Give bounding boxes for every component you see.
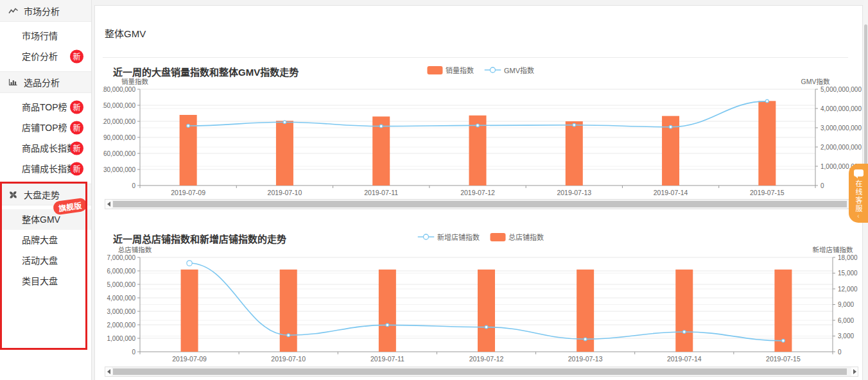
sidebar-item-pricing-analysis[interactable]: 定价分析 新 [0, 46, 91, 67]
left-axis-name: 总店铺指数 [118, 246, 152, 254]
right-axis-name: 新增店铺指数 [813, 246, 853, 254]
chart1-hscrollbar[interactable] [105, 199, 858, 209]
new-badge: 新 [70, 142, 83, 155]
bar[interactable] [181, 270, 198, 352]
item-label: 店铺TOP榜 [22, 123, 67, 133]
bar[interactable] [280, 270, 297, 352]
scrollbar-track[interactable] [112, 367, 851, 376]
line-point[interactable] [386, 324, 389, 327]
bar[interactable] [758, 101, 776, 186]
x-axis-label: 2019-07-12 [460, 189, 495, 196]
left-axis-tick-label: 3,000,000 [107, 308, 136, 315]
new-badge: 新 [70, 162, 83, 176]
line-point[interactable] [287, 334, 290, 337]
legend-item-bar[interactable]: 销量指数 [427, 65, 474, 75]
right-axis-tick-label: 12,000 [838, 286, 858, 293]
chart-legend: 新增店铺指数总店铺指数 [417, 232, 544, 242]
item-label: 活动大盘 [22, 255, 58, 266]
line-point[interactable] [187, 125, 190, 128]
line-point[interactable] [765, 99, 768, 103]
line-marker-icon [417, 233, 434, 241]
chart-canvas-shop-index[interactable]: 7,000,0006,000,0005,000,0004,000,0003,00… [103, 245, 863, 364]
sidebar-item-category-market[interactable]: 类目大盘 [0, 271, 91, 291]
scroll-left-arrow-icon[interactable] [105, 200, 112, 209]
bar[interactable] [478, 270, 495, 352]
x-axis-label: 2019-07-10 [268, 189, 302, 196]
left-axis-tick-label: 2,000,000 [107, 322, 136, 329]
line-point[interactable] [573, 123, 576, 126]
legend-label: GMV指数 [504, 65, 534, 75]
sidebar-item-product-growth-index[interactable]: 商品成长指数 新 [0, 138, 91, 159]
bar-swatch-icon [490, 233, 505, 241]
right-axis-tick-label: 2,000,000,000 [820, 144, 862, 151]
x-axis-label: 2019-07-15 [750, 189, 785, 196]
chart-legend: 销量指数GMV指数 [427, 65, 534, 75]
main-area: 整体GMV 近一周的大盘销量指数和整体GMV指数走势 销量指数GMV指数 180… [92, 0, 864, 380]
bar[interactable] [566, 121, 583, 186]
new-badge: 新 [70, 121, 83, 135]
sidebar-item-shop-growth-index[interactable]: 店铺成长指数 新 [0, 159, 91, 179]
bar[interactable] [675, 270, 693, 352]
chart2-hscrollbar[interactable] [105, 367, 858, 377]
scrollbar-thumb[interactable] [113, 201, 847, 207]
right-axis-tick-label: 3,000 [838, 332, 854, 340]
sidebar-section-market-trend[interactable]: 大盘走势 旗舰版 [0, 184, 91, 205]
item-label: 整体GMV [22, 214, 60, 225]
x-axis-label: 2019-07-11 [370, 355, 404, 363]
item-label: 定价分析 [22, 51, 58, 62]
right-axis-tick-label: 9,000 [838, 301, 854, 308]
x-axis-label: 2019-07-15 [766, 355, 801, 363]
scroll-left-arrow-icon[interactable] [105, 367, 112, 376]
sidebar-item-brand-market[interactable]: 品牌大盘 [0, 230, 91, 250]
bar-chart-icon [8, 78, 19, 87]
left-axis-tick-label: 150,000,000 [103, 102, 135, 109]
x-axis-label: 2019-07-14 [654, 189, 688, 196]
x-axis-label: 2019-07-11 [364, 189, 398, 196]
scrollbar-track[interactable] [112, 200, 851, 209]
x-axis-label: 2019-07-09 [172, 355, 207, 363]
legend-item-bar[interactable]: 总店铺指数 [490, 232, 544, 242]
line-point[interactable] [669, 125, 672, 128]
sidebar-section-market-analysis[interactable]: 市场分析 [0, 0, 91, 22]
collapse-arrow-icon: ‹ [857, 214, 859, 219]
section-label: 大盘走势 [24, 188, 60, 201]
chart-canvas-sales-gmv[interactable]: 180,000,000150,000,000120,000,00090,000,… [103, 76, 863, 198]
line-trend-icon [8, 6, 19, 15]
item-label: 市场行情 [22, 31, 58, 41]
line-point[interactable] [379, 125, 383, 128]
x-axis-label: 2019-07-14 [667, 355, 702, 363]
sidebar-section-product-selection[interactable]: 选品分析 [0, 71, 91, 93]
left-axis-tick-label: 0 [132, 349, 135, 356]
line-point[interactable] [584, 338, 587, 341]
legend-item-line[interactable]: GMV指数 [484, 65, 534, 75]
bar[interactable] [276, 121, 293, 186]
bar-swatch-icon [427, 66, 442, 74]
left-axis-tick-label: 120,000,000 [103, 118, 135, 125]
sidebar-item-activity-market[interactable]: 活动大盘 [0, 250, 91, 271]
legend-item-line[interactable]: 新增店铺指数 [417, 232, 480, 242]
sidebar-item-market-quotes[interactable]: 市场行情 [0, 26, 91, 46]
line-point[interactable] [476, 124, 480, 127]
left-axis-tick-label: 4,000,000 [107, 295, 136, 302]
line-point[interactable] [485, 325, 488, 329]
right-axis-tick-label: 5,000,000,000 [820, 86, 862, 93]
line-marker-icon [484, 66, 501, 74]
sidebar-item-product-top[interactable]: 商品TOP榜 新 [0, 97, 91, 117]
scrollbar-thumb[interactable] [113, 368, 847, 375]
line-point[interactable] [682, 331, 686, 334]
section-items: 整体GMV 品牌大盘 活动大盘 类目大盘 [0, 205, 91, 296]
line-point[interactable] [782, 339, 785, 342]
line-point[interactable] [187, 261, 192, 266]
left-axis-name: 销量指数 [121, 78, 148, 85]
sidebar: 市场分析 市场行情 定价分析 新 选品分析 商品TOP榜 新 店铺TOP榜 新 … [0, 0, 92, 380]
right-axis-tick-label: 0 [838, 349, 842, 356]
right-axis-name: GMV指数 [801, 78, 830, 85]
line-point[interactable] [283, 121, 286, 124]
right-axis-tick-label: 0 [820, 182, 824, 189]
left-axis-tick-label: 0 [132, 182, 135, 189]
online-service-button[interactable]: 在线客服 ‹ [849, 164, 868, 223]
sidebar-item-overall-gmv[interactable]: 整体GMV [0, 209, 91, 230]
bar[interactable] [379, 270, 396, 352]
sidebar-item-shop-top[interactable]: 店铺TOP榜 新 [0, 117, 91, 138]
scroll-right-arrow-icon[interactable] [851, 367, 858, 376]
